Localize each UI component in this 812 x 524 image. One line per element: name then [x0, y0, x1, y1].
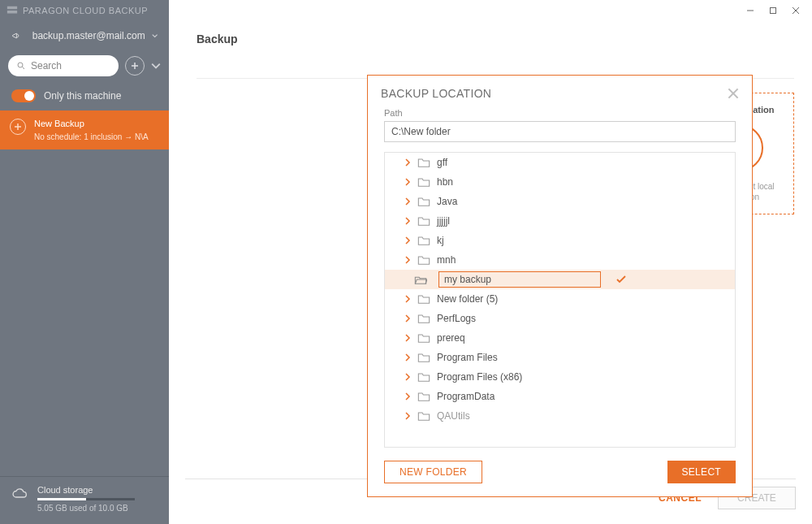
folder-icon — [417, 157, 430, 168]
search-row: Search — [0, 50, 169, 81]
tree-row-label: Program Files — [437, 352, 498, 363]
tree-row-label: hbn — [437, 176, 453, 188]
new-folder-button[interactable]: NEW FOLDER — [384, 461, 482, 483]
svg-rect-0 — [7, 6, 17, 10]
folder-icon — [417, 215, 430, 227]
tree-row[interactable]: hbn — [385, 172, 735, 192]
close-icon — [728, 88, 739, 99]
path-label: Path — [368, 108, 752, 118]
sidebar-item-new-backup[interactable]: New Backup No schedule: 1 inclusion → N\… — [0, 110, 169, 149]
tree-row[interactable]: Program Files (x86) — [385, 367, 735, 387]
folder-icon — [417, 235, 430, 246]
plus-icon — [131, 62, 139, 70]
chevron-right-icon — [404, 197, 411, 206]
megaphone-icon — [11, 29, 21, 42]
svg-line-7 — [23, 67, 25, 70]
svg-rect-3 — [771, 8, 776, 14]
tree-row[interactable]: Java — [385, 192, 735, 211]
tree-row-label: ProgramData — [437, 391, 495, 402]
tree-row[interactable]: mnh — [385, 250, 735, 270]
search-placeholder: Search — [31, 60, 62, 71]
tree-row[interactable]: New folder (5) — [385, 289, 735, 309]
folder-open-icon — [414, 274, 427, 285]
svg-point-6 — [18, 63, 23, 67]
tree-row[interactable]: my backup — [385, 270, 735, 289]
modal-title: BACKUP LOCATION — [381, 87, 491, 100]
tree-row-label: Program Files (x86) — [437, 371, 522, 383]
toggle-label: Only this machine — [44, 90, 121, 102]
folder-name-input[interactable]: my backup — [438, 271, 601, 288]
folder-icon — [417, 332, 430, 344]
tree-row-label: Java — [437, 196, 457, 207]
storage-used: 5.05 GB used of 10.0 GB — [37, 504, 135, 513]
folder-icon — [417, 352, 430, 363]
account-email: backup.master@mail.com — [32, 30, 145, 41]
tree-row[interactable]: jjjjjl — [385, 211, 735, 231]
filter-chevron-icon[interactable] — [151, 61, 161, 71]
tree-row-label: mnh — [437, 254, 456, 266]
cloud-icon — [11, 487, 28, 500]
folder-icon — [417, 313, 430, 324]
path-value: C:\New folder — [391, 126, 451, 137]
chevron-right-icon — [404, 392, 411, 401]
tree-row-label: QAUtils — [437, 410, 470, 422]
toggle-switch — [11, 89, 36, 102]
window-minimize-button[interactable] — [739, 2, 762, 19]
folder-icon — [417, 410, 430, 422]
confirm-check-icon[interactable] — [615, 274, 627, 285]
tree-row[interactable]: prereq — [385, 328, 735, 348]
add-button[interactable] — [125, 56, 145, 76]
main-panel: Backup Backup location Click to select l… — [169, 21, 812, 524]
account-menu[interactable]: backup.master@mail.com — [0, 21, 169, 50]
chevron-right-icon — [404, 353, 411, 362]
plus-circle-icon — [10, 119, 26, 135]
folder-icon — [417, 391, 430, 402]
chevron-right-icon — [404, 412, 411, 420]
tree-row-label: gff — [437, 157, 447, 168]
tree-row[interactable]: ProgramData — [385, 387, 735, 406]
tree-row[interactable]: PerfLogs — [385, 309, 735, 328]
backup-location-modal: BACKUP LOCATION Path C:\New folder gffhb… — [367, 75, 753, 497]
tree-row[interactable]: Program Files — [385, 348, 735, 367]
select-button[interactable]: SELECT — [667, 461, 736, 483]
page-title: Backup — [169, 21, 812, 52]
folder-icon — [417, 196, 430, 207]
modal-close-button[interactable] — [728, 88, 739, 99]
tree-row[interactable]: gff — [385, 153, 735, 172]
tree-row-label: jjjjjl — [437, 215, 450, 227]
chevron-right-icon — [404, 217, 411, 225]
svg-rect-1 — [7, 11, 17, 14]
path-input[interactable]: C:\New folder — [384, 121, 736, 142]
storage-progress — [37, 498, 135, 500]
backup-item-title: New Backup — [34, 117, 149, 131]
chevron-right-icon — [404, 158, 411, 167]
tree-row-label: PerfLogs — [437, 313, 476, 324]
only-this-machine-toggle[interactable]: Only this machine — [0, 81, 169, 110]
backup-item-subtitle: No schedule: 1 inclusion → N\A — [34, 131, 149, 143]
tree-row[interactable]: QAUtils — [385, 406, 735, 426]
chevron-right-icon — [404, 314, 411, 323]
folder-icon — [417, 371, 430, 383]
tree-row-label: kj — [437, 235, 444, 246]
folder-icon — [417, 254, 430, 266]
tree-row[interactable]: kj — [385, 231, 735, 250]
window-controls — [169, 0, 812, 21]
tree-row-label: New folder (5) — [437, 293, 498, 305]
chevron-down-icon — [152, 32, 158, 40]
tree-row-label: prereq — [437, 332, 465, 344]
folder-icon — [417, 176, 430, 188]
window-maximize-button[interactable] — [762, 2, 784, 19]
chevron-right-icon — [404, 373, 411, 381]
storage-label: Cloud storage — [37, 485, 135, 495]
window-close-button[interactable] — [784, 2, 807, 19]
sidebar: backup.master@mail.com Search Only this … — [0, 21, 169, 524]
chevron-right-icon — [404, 236, 411, 245]
chevron-right-icon — [404, 256, 411, 264]
folder-tree: gffhbnJavajjjjjlkjmnhmy backupNew folder… — [384, 152, 736, 448]
folder-icon — [417, 293, 430, 305]
chevron-right-icon — [404, 178, 411, 186]
app-logo-icon — [6, 5, 18, 16]
search-input[interactable]: Search — [8, 55, 119, 76]
search-icon — [16, 61, 26, 71]
chevron-right-icon — [404, 334, 411, 342]
